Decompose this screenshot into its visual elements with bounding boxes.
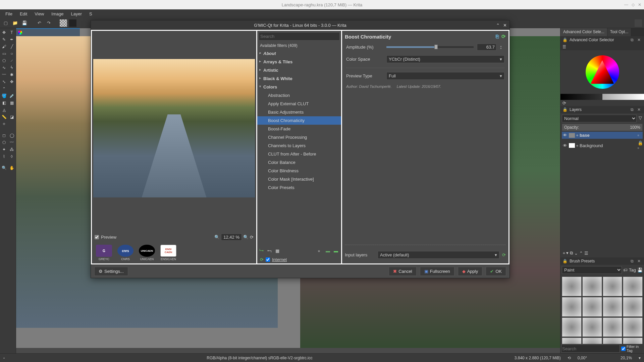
- expand2-icon[interactable]: ▬: [334, 248, 339, 254]
- ellipse-select-icon[interactable]: ◯: [8, 132, 15, 138]
- dialog-close-icon[interactable]: ✕: [503, 23, 507, 28]
- dialog-titlebar[interactable]: G'MIC-Qt for Krita - Linux 64 bits - 3.0…: [91, 20, 509, 30]
- input-layers-select[interactable]: Active (default)▾: [378, 251, 499, 259]
- os-close-icon[interactable]: ✕: [638, 2, 641, 7]
- color-swatches[interactable]: [560, 94, 644, 100]
- filter-item[interactable]: Color Balance: [257, 158, 341, 167]
- brush-preset[interactable]: [603, 317, 623, 337]
- brush-preset[interactable]: [582, 317, 602, 337]
- spin-down-icon[interactable]: ▼: [500, 47, 504, 50]
- filter-item[interactable]: Basic Adjustments: [257, 108, 341, 116]
- lock-icon[interactable]: 🔒▫: [638, 140, 642, 150]
- color-swatch[interactable]: [69, 19, 76, 27]
- dialog-minimize-icon[interactable]: ⌃: [496, 23, 500, 28]
- multibrush-icon[interactable]: ✱: [8, 72, 15, 78]
- amplitude-value[interactable]: 63.7: [477, 44, 496, 51]
- move-tool-icon[interactable]: ✥: [1, 29, 7, 36]
- preview-type-select[interactable]: Full▾: [386, 72, 504, 80]
- zoom-dropdown-icon[interactable]: ▾: [639, 356, 641, 360]
- ok-button[interactable]: ✔OK: [486, 267, 506, 276]
- text-tool-icon[interactable]: T: [8, 29, 15, 36]
- preview-zoom-value[interactable]: 12,42 %: [221, 234, 242, 241]
- refresh-filters-icon[interactable]: ⟳: [260, 257, 264, 262]
- alpha-lock-icon[interactable]: ▫: [638, 133, 642, 138]
- os-maximize-icon[interactable]: ◇: [632, 2, 635, 7]
- filter-category-about[interactable]: About: [257, 49, 341, 58]
- filter-item[interactable]: CLUT from After - Before: [257, 150, 341, 158]
- new-file-icon[interactable]: ▢: [2, 19, 9, 27]
- move-layer-icon[interactable]: ✥: [8, 79, 15, 85]
- filter-category[interactable]: Black & White: [257, 74, 341, 83]
- contiguous-select-icon[interactable]: ✦: [1, 146, 7, 153]
- fullscreen-button[interactable]: ▣Fullscreen: [420, 267, 454, 276]
- reference-tool-icon[interactable]: ◪: [8, 114, 15, 120]
- reset-params-icon[interactable]: ⟳: [501, 34, 506, 40]
- brush-search-input[interactable]: [561, 345, 620, 353]
- measure-tool-icon[interactable]: 📏: [1, 114, 7, 120]
- spin-up-icon[interactable]: ▲: [500, 45, 504, 47]
- filter-item[interactable]: Boost-Fade: [257, 125, 341, 133]
- collapse-icon[interactable]: ●: [318, 248, 323, 254]
- opacity-slider[interactable]: Opacity: 100%: [562, 124, 643, 131]
- remove-fav-icon[interactable]: ⮢: [267, 248, 273, 254]
- brush-preset[interactable]: [562, 277, 582, 296]
- filter-in-tag-checkbox[interactable]: [621, 347, 626, 351]
- canvas-scrollbar-h[interactable]: [16, 348, 560, 353]
- rename-icon[interactable]: ▦: [275, 248, 281, 254]
- line-tool-icon[interactable]: ╱: [8, 44, 15, 50]
- polyline-tool-icon[interactable]: ⟋: [8, 58, 15, 64]
- menu-layer[interactable]: Layer: [67, 10, 85, 17]
- tab-color-selector[interactable]: Advanced Color Sele...: [560, 28, 607, 36]
- filter-search-input[interactable]: [259, 32, 340, 41]
- color-wheel[interactable]: [560, 50, 644, 94]
- brush-preset[interactable]: [562, 297, 582, 317]
- move-down-icon[interactable]: ⌄: [574, 251, 578, 256]
- apply-button[interactable]: ◆Apply: [458, 267, 483, 276]
- smart-patch-icon[interactable]: ✧: [1, 121, 7, 127]
- rect-select-icon[interactable]: ◻: [1, 132, 7, 138]
- filter-tree[interactable]: About Arrays & Tiles Artistic Black & Wh…: [257, 49, 341, 246]
- filter-item[interactable]: Color Presets: [257, 183, 341, 192]
- zoom-reset-icon[interactable]: ⟳: [250, 235, 254, 240]
- transform-tool-icon[interactable]: ⤡: [1, 79, 7, 85]
- rect-tool-icon[interactable]: ▭: [1, 51, 7, 57]
- menu-more[interactable]: S: [86, 10, 96, 17]
- storage-icon[interactable]: 💾: [637, 267, 643, 273]
- brush-preset[interactable]: [623, 297, 643, 317]
- close-panel-icon[interactable]: ✕: [637, 38, 642, 42]
- brush-tag-select[interactable]: Paint: [562, 266, 622, 274]
- visibility-icon[interactable]: 👁: [563, 143, 568, 148]
- copy-params-icon[interactable]: ⎘: [496, 34, 499, 40]
- document-tab[interactable]: [16, 28, 80, 36]
- filter-item[interactable]: Color Blindness: [257, 167, 341, 175]
- zoom-fit-icon[interactable]: 🔍: [243, 235, 249, 240]
- brush-preset[interactable]: [562, 317, 582, 337]
- filter-category[interactable]: Arrays & Tiles: [257, 58, 341, 66]
- settings-icon[interactable]: ☰: [562, 45, 566, 49]
- save-file-icon[interactable]: 💾: [21, 19, 28, 27]
- tab-tool-options[interactable]: Tool Opt...: [607, 28, 632, 36]
- menu-edit[interactable]: Edit: [16, 10, 31, 17]
- similar-select-icon[interactable]: ⁂: [8, 146, 15, 153]
- magnetic-select-icon[interactable]: ◊: [8, 154, 15, 160]
- undo-icon[interactable]: ↶: [36, 19, 43, 27]
- filter-item[interactable]: Color Mask [Interactive]: [257, 175, 341, 183]
- filter-category[interactable]: Artistic: [257, 66, 341, 74]
- crop-tool-icon[interactable]: ⌃: [1, 86, 7, 92]
- zoom-out-icon[interactable]: 🔍: [214, 235, 220, 240]
- filter-item-selected[interactable]: Boost Chromaticity: [257, 116, 341, 125]
- brush-preset[interactable]: [623, 317, 643, 337]
- pattern-tool-icon[interactable]: ▦: [8, 100, 15, 106]
- free-select-icon[interactable]: 〰: [8, 139, 15, 145]
- visibility-icon[interactable]: 👁: [563, 133, 568, 138]
- brush-preset[interactable]: [623, 277, 643, 296]
- close-panel-icon[interactable]: ✕: [637, 107, 642, 112]
- menu-file[interactable]: File: [2, 10, 16, 17]
- filter-icon[interactable]: ▽: [638, 115, 643, 122]
- preview-image[interactable]: [93, 59, 255, 197]
- zoom-tool-icon[interactable]: 🔍: [1, 165, 7, 171]
- filter-item[interactable]: Channels to Layers: [257, 141, 341, 150]
- status-zoom[interactable]: 20,1%: [621, 356, 632, 360]
- preview-checkbox[interactable]: [95, 235, 99, 239]
- rotate-icon[interactable]: ⟲: [568, 356, 571, 360]
